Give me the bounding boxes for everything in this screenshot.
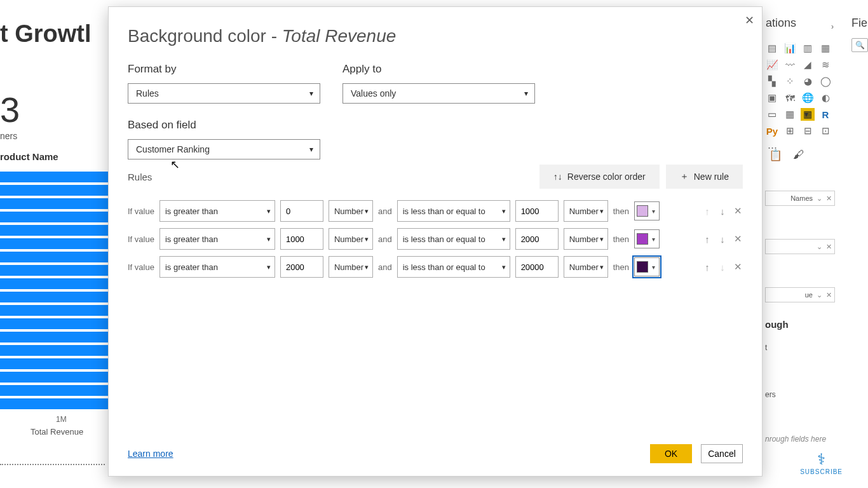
viz-python-icon[interactable]: Py: [765, 125, 779, 137]
viz-stacked-column-icon[interactable]: ▥: [801, 42, 815, 55]
field-well-revenue[interactable]: ue ⌄ ✕: [765, 287, 835, 302]
remove-field-icon[interactable]: ✕: [826, 243, 832, 251]
format-by-dropdown[interactable]: Rules: [128, 83, 320, 104]
and-label: and: [378, 262, 392, 272]
viz-clustered-bar-icon[interactable]: 📊: [783, 42, 797, 55]
based-on-field-value: Customer Ranking: [136, 144, 210, 154]
bg-divider: [0, 464, 105, 465]
drillthrough-sub2: ers: [765, 390, 776, 399]
viz-clustered-column-icon[interactable]: ▦: [818, 42, 832, 55]
rule-color-swatch[interactable]: [634, 201, 660, 220]
rule-operator2-dropdown[interactable]: is less than or equal to: [397, 256, 510, 278]
viz-matrix-icon[interactable]: ▦: [801, 108, 815, 121]
viz-stacked-bar-icon[interactable]: ▤: [765, 42, 779, 55]
rule-operator2-dropdown[interactable]: is less than or equal to: [397, 200, 510, 222]
rule-value1-input[interactable]: [280, 200, 323, 222]
plus-icon: ＋: [680, 171, 689, 182]
rule-operator1-dropdown[interactable]: is greater than: [159, 256, 275, 278]
viz-table-icon[interactable]: ▦: [783, 108, 797, 121]
new-rule-button[interactable]: ＋ New rule: [666, 165, 743, 189]
fields-tab-icon[interactable]: 📋: [769, 149, 782, 162]
viz-key-influencers-icon[interactable]: ⊞: [783, 125, 797, 137]
format-by-value: Rules: [136, 88, 159, 98]
bg-sub: ners: [0, 131, 17, 141]
chevron-right-icon[interactable]: ›: [831, 22, 834, 31]
move-rule-up-icon[interactable]: ↑: [702, 234, 712, 245]
dna-icon: ⚕: [800, 451, 843, 468]
move-rule-down-icon: ↓: [717, 262, 728, 273]
rule-value2-input[interactable]: [515, 200, 559, 222]
rule-type1-dropdown[interactable]: Number: [329, 200, 373, 222]
viz-gauge-icon[interactable]: ◐: [818, 92, 832, 104]
chevron-down-icon[interactable]: ⌄: [817, 194, 822, 203]
delete-rule-icon[interactable]: ✕: [733, 205, 743, 217]
rule-row: If valueis greater thanNumberandis less …: [128, 256, 743, 278]
search-icon: 🔍: [855, 41, 865, 50]
chevron-down-icon[interactable]: ⌄: [817, 291, 822, 299]
if-value-label: If value: [128, 262, 154, 272]
rule-value2-input[interactable]: [515, 228, 559, 250]
dialog-title-measure: Total Revenue: [282, 26, 397, 46]
subscribe-watermark: ⚕ SUBSCRIBE: [800, 451, 843, 475]
viz-waterfall-icon[interactable]: ▚: [765, 75, 779, 88]
close-dialog-button[interactable]: ✕: [745, 13, 754, 27]
rule-type2-dropdown[interactable]: Number: [564, 228, 608, 250]
remove-field-icon[interactable]: ✕: [826, 194, 832, 203]
bg-big-number: 3: [0, 89, 20, 130]
viz-line-chart-icon[interactable]: 📈: [765, 58, 779, 71]
move-rule-down-icon[interactable]: ↓: [717, 234, 728, 245]
visualizations-pane-header: ations: [766, 17, 796, 30]
cancel-button[interactable]: Cancel: [701, 444, 743, 463]
delete-rule-icon[interactable]: ✕: [733, 233, 743, 245]
dialog-title-prefix: Background color -: [128, 26, 282, 46]
remove-field-icon[interactable]: ✕: [826, 291, 832, 299]
viz-filled-map-icon[interactable]: 🌐: [801, 92, 815, 104]
viz-donut-icon[interactable]: ◯: [818, 75, 832, 88]
viz-r-script-icon[interactable]: R: [818, 108, 832, 121]
viz-ribbon-icon[interactable]: ≋: [818, 58, 832, 71]
viz-treemap-icon[interactable]: ▣: [765, 92, 779, 104]
rule-operator1-dropdown[interactable]: is greater than: [159, 228, 275, 250]
ok-button[interactable]: OK: [650, 444, 692, 463]
field-well-label: Names: [790, 194, 813, 202]
if-value-label: If value: [128, 234, 154, 244]
format-by-label: Format by: [128, 63, 320, 76]
based-on-field-dropdown[interactable]: Customer Ranking: [128, 139, 320, 159]
rule-operator2-dropdown[interactable]: is less than or equal to: [397, 228, 510, 250]
if-value-label: If value: [128, 207, 154, 216]
rule-type1-dropdown[interactable]: Number: [329, 228, 373, 250]
rule-value1-input[interactable]: [280, 256, 323, 278]
rule-type2-dropdown[interactable]: Number: [564, 200, 608, 222]
apply-to-dropdown[interactable]: Values only: [342, 83, 535, 104]
rule-color-swatch[interactable]: [634, 257, 660, 276]
rule-value1-input[interactable]: [280, 228, 323, 250]
apply-to-label: Apply to: [342, 63, 535, 76]
learn-more-link[interactable]: Learn more: [128, 449, 173, 459]
rule-operator1-dropdown[interactable]: is greater than: [159, 200, 275, 222]
viz-qa-icon[interactable]: ⊡: [818, 125, 832, 137]
field-well-names[interactable]: Names ⌄ ✕: [765, 191, 835, 206]
rules-section-label: Rules: [128, 172, 152, 182]
move-rule-down-icon[interactable]: ↓: [717, 206, 728, 217]
then-label: then: [613, 262, 629, 272]
search-fields-input[interactable]: 🔍: [851, 38, 868, 52]
viz-card-icon[interactable]: ▭: [765, 108, 779, 121]
rule-value2-input[interactable]: [515, 256, 559, 278]
rule-type1-dropdown[interactable]: Number: [329, 256, 373, 278]
viz-stacked-area-icon[interactable]: ◢: [801, 58, 815, 71]
sort-icon: ↑↓: [553, 172, 562, 182]
rule-type2-dropdown[interactable]: Number: [564, 256, 608, 278]
drillthrough-hint: nrough fields here: [765, 435, 826, 444]
viz-area-chart-icon[interactable]: 〰: [783, 58, 797, 71]
viz-scatter-icon[interactable]: ⁘: [783, 75, 797, 88]
chevron-down-icon[interactable]: ⌄: [817, 243, 822, 251]
viz-pie-icon[interactable]: ◕: [801, 75, 815, 88]
format-tab-icon[interactable]: 🖌: [793, 149, 804, 161]
viz-decomposition-icon[interactable]: ⊟: [801, 125, 815, 137]
delete-rule-icon[interactable]: ✕: [733, 261, 743, 273]
reverse-color-order-button[interactable]: ↑↓ Reverse color order: [539, 165, 660, 189]
viz-map-icon[interactable]: 🗺: [783, 92, 797, 104]
field-well-blank1[interactable]: ⌄ ✕: [765, 239, 835, 254]
move-rule-up-icon[interactable]: ↑: [702, 262, 712, 273]
rule-color-swatch[interactable]: [634, 229, 660, 248]
